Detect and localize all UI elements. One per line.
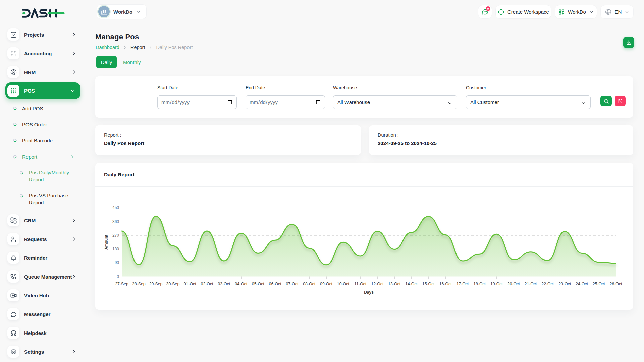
bullet-icon <box>13 155 17 159</box>
sidebar-nav: ProjectsAccountingHRMPOSAdd POSPOS Order… <box>0 25 87 361</box>
message-icon <box>7 308 19 320</box>
bell-icon <box>7 252 19 264</box>
search-icon <box>603 98 609 104</box>
clipboard-off-icon <box>618 98 623 104</box>
chevron-right-icon <box>71 274 77 279</box>
sidebar: ProjectsAccountingHRMPOSAdd POSPOS Order… <box>0 0 87 362</box>
sidebar-item-helpdesk[interactable]: Helpdesk <box>0 323 87 342</box>
sidebar-item-messenger[interactable]: Messenger <box>0 305 87 323</box>
sidebar-item-projects[interactable]: Projects <box>0 25 87 44</box>
breadcrumb-current: Daily Pos Report <box>156 45 193 50</box>
chart-line <box>95 187 633 310</box>
sidebar-item-add-pos[interactable]: Add POS <box>0 100 87 116</box>
duration-summary-card: Duration : 2024-09-25 to 2024-10-25 <box>369 125 633 155</box>
bullet-icon <box>20 194 23 198</box>
sidebar-item-crm[interactable]: CRM <box>0 211 87 230</box>
customer-label: Customer <box>466 85 486 90</box>
download-icon <box>626 40 632 45</box>
end-date-input[interactable] <box>246 95 325 109</box>
report-label: Report : <box>104 132 121 138</box>
chevron-right-icon <box>123 46 127 49</box>
pos-grid-icon <box>7 85 19 97</box>
tab-monthly[interactable]: Monthly <box>123 59 141 65</box>
end-date-label: End Date <box>246 85 265 90</box>
sidebar-item-settings[interactable]: Settings <box>0 342 87 361</box>
bullet-icon <box>13 107 17 110</box>
chevron-right-icon <box>71 349 77 354</box>
warehouse-select[interactable]: All Warehouse <box>333 95 457 109</box>
bullet-icon <box>20 171 23 175</box>
bullet-icon <box>13 139 17 142</box>
chevron-right-icon <box>71 218 77 223</box>
sidebar-item-requests[interactable]: Requests <box>0 230 87 248</box>
sidebar-item-pos-order[interactable]: POS Order <box>0 116 87 132</box>
search-button[interactable] <box>600 96 612 106</box>
report-summary-card: Report : Daily Pos Report <box>95 125 361 155</box>
tab-daily[interactable]: Daily <box>96 56 117 68</box>
bullet-icon <box>13 123 17 126</box>
sidebar-item-reminder[interactable]: Reminder <box>0 248 87 267</box>
daily-report-card: Daily Report 09018027036045027-Sep28-Sep… <box>95 163 633 310</box>
sidebar-item-accounting[interactable]: Accounting <box>0 44 87 63</box>
duration-value: 2024-09-25 to 2024-10-25 <box>378 140 437 146</box>
warehouse-label: Warehouse <box>333 85 357 90</box>
download-button[interactable] <box>623 37 634 48</box>
sidebar-item-queue-management[interactable]: Queue Management <box>0 267 87 286</box>
customer-select[interactable]: All Customer <box>466 95 591 109</box>
chevron-right-icon <box>71 51 77 56</box>
duration-label: Duration : <box>378 132 399 138</box>
chevron-right-icon <box>71 236 77 242</box>
chevron-right-icon <box>70 154 75 159</box>
sidebar-item-video-hub[interactable]: Video Hub <box>0 286 87 305</box>
sidebar-item-hrm[interactable]: HRM <box>0 63 87 81</box>
start-date-label: Start Date <box>157 85 178 90</box>
video-plus-icon <box>7 289 19 301</box>
report-value: Daily Pos Report <box>104 140 144 146</box>
user-plus-icon <box>7 233 19 245</box>
sidebar-item-print-barcode[interactable]: Print Barcode <box>0 132 87 148</box>
replace-icon <box>7 214 19 226</box>
user-scan-icon <box>7 66 19 78</box>
phone-call-icon <box>7 270 19 283</box>
breadcrumb: Dashboard Report Daily Pos Report <box>96 45 193 50</box>
breadcrumb-report[interactable]: Report <box>130 45 145 50</box>
sidebar-item-pos-daily-monthly-report[interactable]: Pos Daily/Monthly Report <box>0 165 87 188</box>
checkbox-icon <box>7 28 19 41</box>
grid-add-icon <box>7 47 19 59</box>
reset-button[interactable] <box>615 96 626 106</box>
report-tabs: Daily Monthly <box>96 56 141 68</box>
chevron-right-icon <box>71 32 77 37</box>
sidebar-item-pos-vs-purchase-report[interactable]: Pos VS Purchase Report <box>0 188 87 211</box>
page-title: Manage Pos <box>95 33 139 41</box>
sidebar-item-report[interactable]: Report <box>0 148 87 165</box>
chevron-right-icon <box>71 69 77 75</box>
chart-title: Daily Report <box>104 172 135 178</box>
dash-logo[interactable] <box>21 5 66 21</box>
daily-report-area-chart: 09018027036045027-Sep28-Sep29-Sep30-Sep0… <box>95 187 633 310</box>
filter-card: Start Date End Date Warehouse All Wareho… <box>95 76 633 118</box>
start-date-input[interactable] <box>157 95 237 109</box>
gear-icon <box>7 346 19 358</box>
headphones-icon <box>7 327 19 339</box>
chevron-down-icon <box>70 88 75 94</box>
main-content: Manage Pos Dashboard Report Daily Pos Re… <box>95 0 633 362</box>
chevron-right-icon <box>149 46 152 49</box>
sidebar-item-pos[interactable]: POS <box>0 81 87 100</box>
breadcrumb-dashboard[interactable]: Dashboard <box>96 45 119 50</box>
chart-header: Daily Report <box>95 163 633 187</box>
